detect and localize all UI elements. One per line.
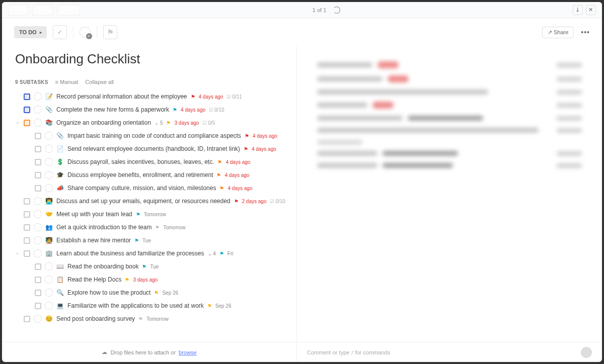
tab-1[interactable] <box>8 5 28 16</box>
minimize-button[interactable]: ⤓ <box>573 5 583 15</box>
sort-manual[interactable]: ≡ Manual <box>55 79 79 85</box>
due-date[interactable]: Tomorrow <box>163 225 185 230</box>
assignee-icon[interactable] <box>45 289 53 297</box>
task-checkbox[interactable] <box>24 316 30 322</box>
assignee-icon[interactable] <box>45 145 53 153</box>
flag-icon[interactable]: ⚑ <box>138 316 143 322</box>
send-button[interactable] <box>581 347 592 358</box>
due-date[interactable]: 4 days ago <box>225 159 250 165</box>
task-checkbox[interactable] <box>35 159 41 165</box>
due-date[interactable]: 4 days ago <box>199 94 223 100</box>
task-checkbox[interactable] <box>24 120 30 126</box>
task-row[interactable]: −📚Organize an onboarding orientation⌄ 5⚑… <box>15 116 291 129</box>
assignee-icon[interactable] <box>34 119 42 127</box>
assignee-icon[interactable] <box>45 262 53 270</box>
assignee-icon[interactable] <box>34 236 42 244</box>
flag-icon[interactable]: ⚑ <box>219 186 224 191</box>
due-date[interactable]: Tue <box>150 264 159 269</box>
due-date[interactable]: 4 days ago <box>252 146 276 152</box>
assignee-icon[interactable] <box>34 315 42 323</box>
task-row[interactable]: 📎Complete the new hire forms & paperwork… <box>15 103 291 116</box>
assignee-icon[interactable] <box>34 249 42 257</box>
flag-icon[interactable]: ⚑ <box>173 107 177 113</box>
task-checkbox[interactable] <box>24 94 30 100</box>
task-row[interactable]: 📎Impart basic training on code of conduc… <box>15 129 291 142</box>
close-button[interactable]: ✕ <box>586 5 596 15</box>
task-row[interactable]: 👨‍💻Discuss and set up your emails, equip… <box>15 195 291 208</box>
flag-icon[interactable]: ⚑ <box>136 212 140 217</box>
expand-toggle[interactable]: − <box>15 120 20 125</box>
task-checkbox[interactable] <box>24 237 30 244</box>
task-checkbox[interactable] <box>24 198 30 205</box>
task-checkbox[interactable] <box>35 290 41 296</box>
flag-icon[interactable]: ⚑ <box>155 225 160 230</box>
comment-input[interactable]: Comment or type / for commands <box>297 342 602 362</box>
assignee-icon[interactable] <box>45 276 53 284</box>
assignee-icon[interactable] <box>34 93 42 101</box>
task-checkbox[interactable] <box>35 146 41 152</box>
due-date[interactable]: Sep 26 <box>162 290 178 296</box>
due-date[interactable]: Sep 26 <box>215 303 232 309</box>
page-title[interactable]: Onboarding Checklist <box>15 51 283 67</box>
flag-icon[interactable]: ⚑ <box>219 251 224 256</box>
task-row[interactable]: 📝Record personal information about the e… <box>15 90 291 103</box>
status-dropdown[interactable]: TO DO ▸ <box>14 26 47 38</box>
tab-3[interactable] <box>57 5 80 16</box>
assignee-icon[interactable] <box>45 184 53 192</box>
assignee-icon[interactable] <box>34 210 42 218</box>
task-row[interactable]: 👥Get a quick introduction to the team⚑To… <box>15 221 291 234</box>
due-date[interactable]: 3 days ago <box>133 277 158 283</box>
assignee-icon[interactable] <box>45 158 53 166</box>
task-checkbox[interactable] <box>35 133 41 139</box>
flag-icon[interactable]: ⚑ <box>207 303 212 309</box>
complete-button[interactable]: ✓ <box>53 25 67 39</box>
flag-icon[interactable]: ⚑ <box>216 172 221 178</box>
refresh-icon[interactable] <box>333 7 340 14</box>
task-row[interactable]: 💻Familiarize with the applications to be… <box>15 299 291 312</box>
flag-icon[interactable]: ⚑ <box>134 238 139 243</box>
share-button[interactable]: ↗ Share <box>542 27 574 38</box>
priority-button[interactable]: ⚑ <box>103 25 117 39</box>
flag-icon[interactable]: ⚑ <box>154 290 159 296</box>
due-date[interactable]: Tue <box>142 238 151 243</box>
attachment-dropzone[interactable]: ☁ Drop files here to attach or browse <box>2 342 296 362</box>
due-date[interactable]: 4 days ago <box>224 172 249 178</box>
task-row[interactable]: 😊Send post onboarding survey⚑Tomorrow <box>15 312 291 325</box>
flag-icon[interactable]: ⚑ <box>125 277 129 283</box>
subtask-count[interactable]: ⌄ 4 <box>208 251 216 256</box>
flag-icon[interactable]: ⚑ <box>191 94 195 100</box>
task-checkbox[interactable] <box>35 303 41 309</box>
flag-icon[interactable]: ⚑ <box>166 120 171 126</box>
due-date[interactable]: 4 days ago <box>253 133 277 139</box>
assignee-icon[interactable] <box>45 302 53 310</box>
task-checkbox[interactable] <box>24 250 30 257</box>
task-checkbox[interactable] <box>35 185 41 192</box>
task-checkbox[interactable] <box>35 277 41 283</box>
due-date[interactable]: Tomorrow <box>144 212 166 217</box>
due-date[interactable]: 2 days ago <box>242 199 267 204</box>
flag-icon[interactable]: ⚑ <box>244 146 248 152</box>
task-row[interactable]: 🎓Discuss employee benefits, enrollment, … <box>15 168 291 181</box>
task-row[interactable]: 📣Share company culture, mission, and vis… <box>15 181 291 195</box>
due-date[interactable]: 4 days ago <box>228 186 252 191</box>
task-row[interactable]: 📄Send relevant employee documents (handb… <box>15 142 291 155</box>
task-row[interactable]: 🧑‍🏫Establish a new hire mentor⚑Tue <box>15 234 291 247</box>
task-row[interactable]: 🤝Meet up with your team lead⚑Tomorrow <box>15 208 291 221</box>
task-checkbox[interactable] <box>35 263 41 270</box>
due-date[interactable]: Tomorrow <box>146 316 169 322</box>
assignee-icon[interactable] <box>34 197 42 205</box>
flag-icon[interactable]: ⚑ <box>234 199 239 204</box>
task-checkbox[interactable] <box>24 107 30 113</box>
tab-2[interactable] <box>32 5 52 16</box>
flag-icon[interactable]: ⚑ <box>245 133 249 139</box>
collapse-all[interactable]: Collapse all <box>85 79 114 85</box>
due-date[interactable]: 3 days ago <box>174 120 199 126</box>
flag-icon[interactable]: ⚑ <box>142 264 146 269</box>
assignee-icon[interactable] <box>34 223 42 231</box>
task-checkbox[interactable] <box>24 224 30 231</box>
task-row[interactable]: 🔍Explore how to use the product⚑Sep 26 <box>15 286 291 299</box>
task-row[interactable]: 💲Discuss payroll, sales incentives, bonu… <box>15 155 291 168</box>
browse-link[interactable]: browse <box>179 349 196 355</box>
due-date[interactable]: 4 days ago <box>181 107 205 113</box>
task-row[interactable]: 📖Read the onboarding book⚑Tue <box>15 260 291 273</box>
